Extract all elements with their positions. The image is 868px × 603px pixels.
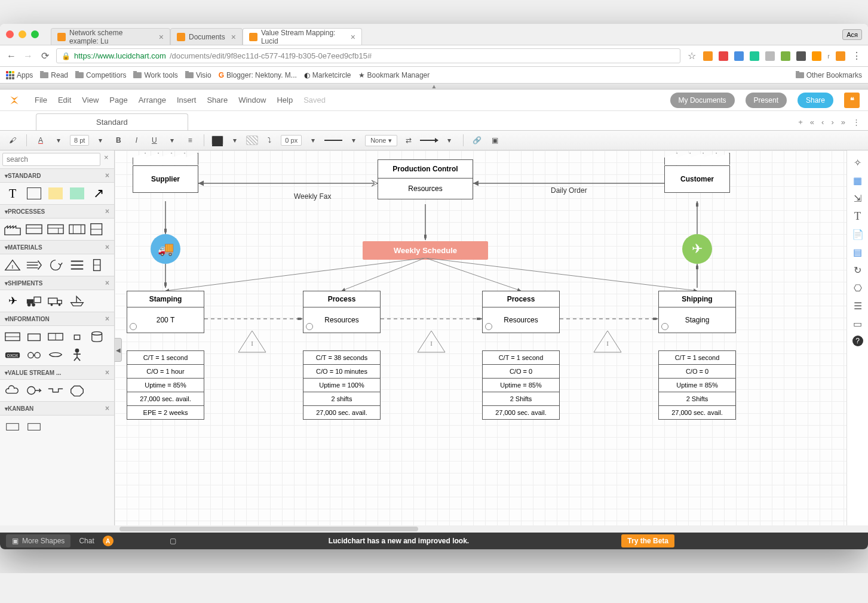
text-more-icon[interactable]: ▾ [165, 134, 179, 147]
close-icon[interactable]: × [105, 315, 109, 323]
inventory-node[interactable]: I [416, 330, 446, 353]
rect-shape[interactable] [25, 186, 43, 201]
collapse-handle[interactable]: ▲ [0, 84, 868, 90]
browser-tab[interactable]: Value Stream Mapping: Lucid× [243, 28, 362, 45]
layers-icon[interactable]: ☰ [852, 300, 864, 312]
document-icon[interactable]: 📄 [852, 228, 864, 240]
kanban-post-shape[interactable] [4, 330, 22, 344]
lens-shape[interactable] [47, 347, 65, 362]
close-icon[interactable]: × [105, 243, 109, 251]
browser-tab[interactable]: Network scheme example: Lu× [51, 28, 170, 45]
database-shape[interactable] [90, 330, 108, 344]
fill-color-icon[interactable] [211, 136, 223, 145]
back-icon[interactable]: ← [6, 51, 17, 61]
font-menu[interactable]: ▾ [52, 134, 65, 147]
menu-share[interactable]: Share [207, 96, 228, 104]
plane-shape[interactable]: ✈ [4, 294, 22, 308]
forklift-shape[interactable] [25, 294, 43, 308]
arrow-shape[interactable]: ↗ [90, 186, 108, 201]
section-shipments[interactable]: ▾ SHIPMENTS× [0, 276, 114, 290]
swap-ends-icon[interactable]: ⇄ [402, 134, 415, 147]
forward-icon[interactable]: → [23, 51, 33, 61]
collapse-sidebar-icon[interactable]: ◀ [115, 338, 122, 362]
help-icon[interactable]: ? [852, 336, 863, 346]
weekly-schedule-node[interactable]: Weekly Schedule [363, 241, 488, 260]
line-width-stepper[interactable]: ▾ [306, 134, 320, 147]
bm-apps[interactable]: Apps [6, 71, 33, 79]
share-button[interactable]: Share [798, 93, 833, 108]
chat-label[interactable]: Chat [79, 537, 94, 545]
menu-arrange[interactable]: Arrange [139, 96, 166, 104]
goggles-shape[interactable] [25, 347, 43, 362]
section-kanban[interactable]: ▾ KANBAN× [0, 401, 114, 416]
bm-link[interactable]: ★Bookmark Manager [358, 71, 430, 79]
image-icon[interactable]: ▣ [489, 134, 502, 147]
inventory-node[interactable]: I [237, 330, 267, 353]
close-icon[interactable]: × [105, 404, 109, 413]
first-page-icon[interactable]: « [808, 118, 816, 127]
profile-badge[interactable]: Ася [842, 29, 862, 40]
close-tab-icon[interactable]: × [159, 32, 164, 42]
fill-menu[interactable]: ▾ [228, 134, 241, 147]
fifo-shape[interactable] [47, 258, 65, 272]
doc-tab[interactable]: Standard [36, 113, 188, 130]
close-window-icon[interactable] [6, 30, 14, 38]
add-page-icon[interactable]: + [796, 118, 805, 127]
chat-avatar[interactable]: A [103, 536, 114, 546]
small-box-shape[interactable] [68, 330, 86, 344]
extension-icon[interactable] [765, 51, 775, 61]
oxox-shape[interactable]: OXOX [4, 347, 22, 362]
info-box-shape[interactable] [25, 330, 43, 344]
menu-edit[interactable]: Edit [58, 96, 71, 104]
databox-shape[interactable] [90, 222, 108, 236]
close-tab-icon[interactable]: × [351, 32, 355, 42]
customer-node[interactable]: Customer [664, 165, 730, 193]
navigator-icon[interactable]: ✧ [852, 156, 864, 168]
browser-tab[interactable]: Documents× [170, 28, 243, 45]
extension-icon[interactable] [836, 51, 845, 61]
arrow-start-select[interactable]: None ▾ [365, 135, 397, 146]
text-color-icon[interactable]: A [34, 134, 47, 147]
section-standard[interactable]: ▾ STANDARD× [0, 168, 114, 183]
process2-shape[interactable] [47, 222, 65, 236]
factory-shape[interactable] [4, 222, 22, 236]
url-field[interactable]: 🔒 https://www.lucidchart.com/documents/e… [56, 48, 680, 63]
history-icon[interactable]: ↻ [852, 264, 864, 276]
close-icon[interactable]: × [105, 279, 109, 287]
extension-icon[interactable]: r [827, 53, 830, 60]
bm-folder[interactable]: Work tools [133, 71, 177, 79]
link-icon[interactable]: 🔗 [471, 134, 484, 147]
kanban-shape[interactable] [25, 419, 43, 433]
process-node[interactable]: Stamping200 T [127, 291, 204, 333]
cloud-shape[interactable] [4, 383, 22, 398]
plane-icon[interactable]: ✈ [682, 234, 712, 264]
metrics-icon[interactable]: ▤ [852, 246, 864, 258]
menu-help[interactable]: Help [277, 96, 293, 104]
boat-shape[interactable] [68, 294, 86, 308]
truck-shape[interactable] [47, 294, 65, 308]
process-shape[interactable] [25, 222, 43, 236]
inventory-node[interactable]: I [593, 330, 622, 353]
extension-icon[interactable] [750, 51, 759, 61]
info-split-shape[interactable] [47, 330, 65, 344]
push-arrow-shape[interactable] [25, 258, 43, 272]
extension-icon[interactable] [812, 51, 821, 61]
truck-icon[interactable]: 🚚 [151, 234, 180, 264]
bm-folder[interactable]: Visio [185, 71, 211, 79]
kaizen-shape[interactable] [25, 383, 43, 398]
page-menu-icon[interactable]: ⋮ [851, 118, 862, 127]
stop-shape[interactable] [68, 383, 86, 398]
bm-link[interactable]: GBlogger: Nektony. M... [219, 71, 297, 79]
text-panel-icon[interactable]: T [852, 210, 864, 222]
data-box[interactable]: C/T = 1 secondC/O = 1 hourUptime = 85%27… [127, 350, 204, 420]
present-button[interactable]: Present [746, 93, 787, 108]
bm-folder[interactable]: Competitiors [75, 71, 126, 79]
inventory-shape[interactable]: I [4, 258, 22, 272]
font-size-stepper[interactable]: ▾ [94, 134, 107, 147]
prev-page-icon[interactable]: ‹ [820, 118, 826, 127]
underline-icon[interactable]: U [148, 134, 161, 147]
extension-icon[interactable] [734, 51, 744, 61]
menu-window[interactable]: Window [238, 96, 266, 104]
close-tab-icon[interactable]: × [231, 32, 236, 42]
data-box[interactable]: C/T = 38 secondsC/O = 10 minutesUptime =… [303, 350, 381, 420]
